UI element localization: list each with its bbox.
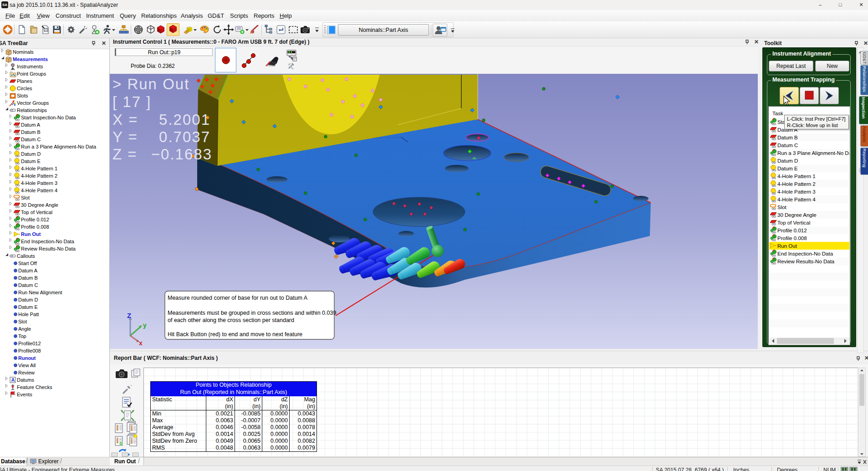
svg-text:Measure rounded corner of base: Measure rounded corner of base for run o… (168, 295, 308, 301)
svg-text:X =: X = (112, 111, 138, 128)
svg-text:> Run Out: > Run Out (112, 76, 189, 92)
svg-text:x: x (139, 339, 143, 347)
svg-text:Y =: Y = (112, 128, 138, 145)
svg-text:−0.1683: −0.1683 (151, 146, 212, 163)
svg-text:[ 17 ]: [ 17 ] (112, 93, 151, 110)
svg-text:y: y (143, 322, 147, 329)
svg-text:Z: Z (127, 312, 131, 319)
svg-text:0.7037: 0.7037 (159, 128, 210, 145)
svg-text:of each other along the cross: of each other along the cross section pe… (168, 317, 294, 323)
svg-text:Measurements must be grouped i: Measurements must be grouped in cross se… (168, 310, 336, 316)
svg-text:Hit Back Button (red) to end a: Hit Back Button (red) to end and move to… (168, 331, 302, 338)
svg-text:Z =: Z = (112, 146, 138, 163)
svg-text:5.2001: 5.2001 (159, 111, 210, 128)
